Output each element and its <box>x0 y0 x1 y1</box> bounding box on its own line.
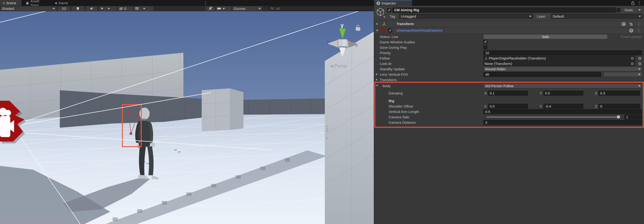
standby-update-dropdown[interactable]: Round Robin <box>483 66 642 71</box>
scene-camera-dropdown[interactable] <box>216 6 231 11</box>
foldout-collapsed-icon[interactable] <box>376 78 378 81</box>
game-window-guides-label: Game Window Guides <box>380 40 415 44</box>
gizmos-dropdown[interactable]: Gizmos <box>232 6 262 11</box>
static-checkbox[interactable] <box>616 8 620 12</box>
shading-mode-dropdown[interactable]: Shaded <box>0 6 57 11</box>
camera-side-slider[interactable] <box>487 117 620 117</box>
camera-distance-row: Camera Distance 3 <box>374 120 644 125</box>
audio-toggle-button[interactable] <box>86 6 98 11</box>
game-window-guides-checkbox[interactable] <box>483 40 487 44</box>
look-at-object-field[interactable]: None (Transform) ⊙ <box>483 61 635 66</box>
effects-dropdown-button[interactable]: ✦ <box>99 6 117 11</box>
gamepad-icon <box>55 1 57 5</box>
gameobject-active-checkbox[interactable] <box>387 8 391 12</box>
shoulder-y-field[interactable]: -0.4 <box>544 104 583 109</box>
foldout-collapsed-icon[interactable] <box>376 73 378 75</box>
search-input[interactable] <box>275 6 361 11</box>
follow-object-field[interactable]: PlayerOriginPlaceholder (Transform) ⊙ <box>483 56 635 61</box>
vcam-enabled-checkbox[interactable] <box>388 28 392 32</box>
grid-icon <box>135 6 139 10</box>
gameobject-cube-icon[interactable] <box>376 7 386 18</box>
help-icon[interactable]: ? <box>622 22 626 26</box>
lighting-toggle-button[interactable] <box>71 6 84 11</box>
tag-dropdown[interactable]: Untagged <box>399 14 533 19</box>
chevron-down-icon <box>638 85 640 87</box>
save-during-play-checkbox[interactable] <box>483 45 487 49</box>
chevron-down-icon <box>638 16 641 17</box>
foldout-collapsed-icon[interactable] <box>376 23 378 25</box>
scene-tab-menu-icon[interactable]: ⋮ <box>204 1 208 5</box>
tab-asset-store[interactable]: Asset Store <box>23 0 51 6</box>
toggle-2d-button[interactable]: 2D <box>58 6 70 11</box>
scene-tools-button[interactable] <box>206 6 215 11</box>
scene-toolbar: Shaded 2D ✦ <box>0 6 374 11</box>
cinemachine-icon <box>381 28 386 33</box>
component-menu-icon[interactable]: ⋮ <box>637 28 641 32</box>
body-algorithm-dropdown[interactable]: 3rd Person Follow <box>483 83 642 88</box>
layer-value: Default <box>553 14 564 18</box>
tab-inspector[interactable]: i Inspector <box>374 0 412 6</box>
grid-visibility-dropdown[interactable] <box>134 6 154 11</box>
chevron-down-icon <box>638 68 640 70</box>
chevron-down-icon <box>52 8 55 9</box>
shoulder-x-field[interactable]: 0.5 <box>488 104 528 109</box>
priority-field[interactable]: 10 <box>483 50 642 55</box>
persp-arrow-icon: ◀ <box>330 64 333 68</box>
damping-x-field[interactable]: 0.1 <box>488 91 528 96</box>
slider-knob[interactable] <box>617 115 620 119</box>
gear-icon[interactable] <box>638 62 642 66</box>
status-row: Status: Live Solo Fixed Update <box>374 34 644 39</box>
save-during-play-label: Save During Play <box>380 45 407 49</box>
foldout-expanded-icon[interactable] <box>376 30 378 31</box>
priority-label: Priority <box>380 51 391 55</box>
camera-distance-label: Camera Distance <box>388 120 416 124</box>
scene-tabbar: # Scene Asset Store Game ⋮ <box>0 0 374 6</box>
damping-z-field[interactable]: 0.3 <box>598 91 640 96</box>
look-at-row: Look At None (Transform) ⊙ <box>374 61 644 66</box>
divider <box>106 7 106 10</box>
layer-dropdown[interactable]: Default <box>551 14 642 19</box>
lens-mode-dropdown[interactable] <box>604 72 642 77</box>
gizmos-label: Gizmos <box>234 6 246 10</box>
gear-icon[interactable] <box>638 56 642 60</box>
object-picker-icon[interactable]: ⊙ <box>631 56 634 60</box>
solo-button[interactable]: Solo <box>483 34 608 39</box>
inspector-menu-icon[interactable]: ⋮ <box>637 1 641 5</box>
body-label: Body <box>382 84 390 88</box>
transform-component-header[interactable]: Transform ? ⋮ <box>374 21 644 27</box>
axis-y-label: Y <box>540 91 542 95</box>
camera-side-field[interactable]: 1 <box>624 115 642 120</box>
component-menu-icon[interactable]: ⋮ <box>637 22 641 26</box>
projection-mode-toggle[interactable]: ◀ Persp <box>330 63 347 69</box>
priority-row: Priority 10 <box>374 50 644 55</box>
tab-game[interactable]: Game <box>52 0 71 6</box>
gameobject-name-field[interactable]: CM Aiming Rig <box>392 7 616 13</box>
foldout-expanded-icon[interactable] <box>376 85 378 86</box>
tab-scene[interactable]: # Scene <box>0 0 22 6</box>
shoulder-z-field[interactable]: 0 <box>598 104 640 109</box>
damping-y-field[interactable]: 0.5 <box>544 91 583 96</box>
hidden-objects-button[interactable]: 0 <box>118 6 133 11</box>
look-at-value: None (Transform) <box>484 62 512 66</box>
camera-distance-field[interactable]: 3 <box>483 120 642 125</box>
tab-inspector-label: Inspector <box>382 1 396 5</box>
shoulder-offset-row: Shoulder Offset X 0.5 Y -0.4 Z 0 <box>374 104 644 109</box>
scene-panel: # Scene Asset Store Game ⋮ Sh <box>0 0 374 224</box>
lock-icon[interactable] <box>631 1 634 5</box>
vertical-arm-length-field[interactable]: 0.5 <box>483 109 642 114</box>
static-dropdown-icon[interactable] <box>638 9 641 11</box>
help-icon[interactable]: ? <box>629 28 633 32</box>
inspector-tabbar: i Inspector ⋮ <box>374 0 644 6</box>
transform-icon <box>382 21 387 27</box>
tab-scene-label: Scene <box>6 1 16 5</box>
axis-z-label: Z <box>595 104 597 108</box>
status-label: Status: Live <box>380 35 398 39</box>
rig-header-row: Rig <box>374 98 644 104</box>
info-icon: i <box>376 1 380 5</box>
scene-viewport[interactable]: z x y <box>0 11 374 224</box>
lens-fov-field[interactable]: 40 <box>483 72 601 77</box>
object-picker-icon[interactable]: ⊙ <box>631 62 634 66</box>
scene-search-box[interactable] <box>269 6 372 10</box>
vcam-component-header[interactable]: CinemachineVirtualCamera ? ⋮ <box>374 27 644 34</box>
presets-icon[interactable] <box>629 22 633 26</box>
